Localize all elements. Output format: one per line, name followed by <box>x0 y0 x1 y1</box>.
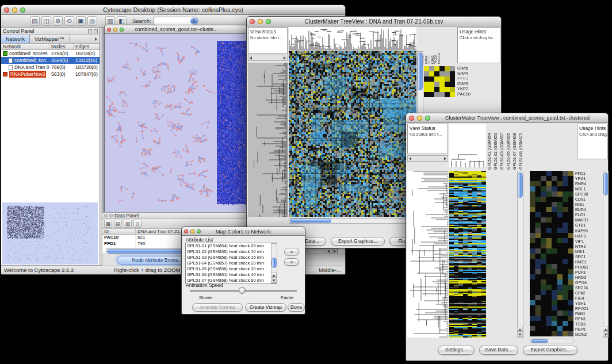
gene-label[interactable]: PEP5 <box>575 327 603 332</box>
minimize-button[interactable] <box>190 229 194 233</box>
gene-label[interactable]: GIM5 <box>457 66 499 71</box>
attribute-item[interactable]: GPL51-03 (GSM856) heat shock 15 min <box>186 255 277 260</box>
network-row[interactable]: combined_scores 2764(0) 16218(0) <box>1 50 100 57</box>
row-dendrogram-canvas[interactable] <box>248 63 288 217</box>
network-overview-canvas[interactable] <box>2 202 98 265</box>
scrollbar-thumb[interactable] <box>418 52 423 90</box>
save-data-button[interactable]: Save Data... <box>479 346 518 355</box>
settings-button[interactable]: Settings... <box>438 346 475 355</box>
gene-label[interactable]: YSH1 <box>575 301 603 306</box>
list-vscrollbar[interactable] <box>271 243 277 283</box>
view-nav-scrollbar[interactable] <box>248 55 288 61</box>
attribute-item[interactable]: GPL51-06 (GSM861) heat shock 40 min <box>186 272 277 278</box>
export-graphics-button[interactable]: Export Graphics... <box>523 346 577 355</box>
minimize-button[interactable] <box>113 28 117 32</box>
network-row[interactable]: DNA and Tran 07 769(0) 183728(0) <box>1 64 100 71</box>
gene-label[interactable]: BUD4 <box>575 207 603 212</box>
zoom-hscrollbar[interactable] <box>530 339 573 343</box>
zoom-button[interactable] <box>120 28 124 32</box>
zoom-region-icon[interactable]: ◎ <box>87 16 97 26</box>
gene-label[interactable]: YRA1 <box>575 176 603 181</box>
gene-label[interactable]: KAP95 <box>575 228 603 233</box>
search-dropdown-icon[interactable] <box>190 17 198 25</box>
close-panel-icon[interactable] <box>109 214 113 217</box>
move-up-button[interactable]: ∧ <box>284 248 299 255</box>
import-icon[interactable]: ◫ <box>41 16 51 26</box>
gene-label[interactable]: NIS1 <box>575 202 603 207</box>
gene-label[interactable]: SEC24 <box>575 285 603 290</box>
scroll-down-button[interactable] <box>603 332 608 337</box>
nav-left-icon[interactable] <box>250 56 252 60</box>
gene-label[interactable]: GTB1 <box>575 223 603 228</box>
view-nav-scrollbar[interactable] <box>407 155 448 162</box>
gene-label[interactable]: MON2 <box>575 332 603 337</box>
close-panel-icon[interactable] <box>94 29 98 33</box>
gene-label[interactable]: MSI1 <box>575 249 603 254</box>
gene-label[interactable]: GIM4 <box>457 71 499 76</box>
gene-label[interactable]: SPC98 <box>575 191 603 197</box>
gene-label[interactable]: PAN1 <box>575 311 603 316</box>
close-button[interactable] <box>4 7 9 13</box>
gene-label[interactable]: SEC1 <box>575 254 603 259</box>
gene-label[interactable]: GIM3 <box>457 81 499 86</box>
gene-list-vscrollbar[interactable] <box>603 171 609 338</box>
heatmap-canvas[interactable] <box>289 51 416 217</box>
scroll-up-button[interactable] <box>271 273 277 278</box>
minimize-button[interactable] <box>258 19 263 24</box>
attribute-item[interactable]: GPL51-05 (GSM858) heat shock 30 min <box>186 266 277 272</box>
search-input[interactable] <box>154 17 198 25</box>
tab-network[interactable]: Network <box>1 35 30 43</box>
gene-label[interactable]: YKE2 <box>457 86 499 91</box>
main-titlebar[interactable]: Cytoscape Desktop (Session Name: collins… <box>1 5 345 15</box>
scrollbar-thumb[interactable] <box>531 339 548 343</box>
gene-label[interactable]: PFD1 <box>575 171 603 176</box>
minimize-button[interactable] <box>12 7 17 13</box>
gene-label[interactable]: HAP3 <box>575 233 603 239</box>
float-panel-icon[interactable] <box>88 29 92 33</box>
open-session-icon[interactable]: ▤ <box>30 16 40 26</box>
gene-label[interactable]: PHO81 <box>575 265 603 270</box>
close-button[interactable] <box>250 19 255 24</box>
dialog-titlebar[interactable]: Map Colors to Network <box>182 227 305 236</box>
zoom-button[interactable] <box>20 7 25 13</box>
gene-label[interactable]: PUF3 <box>575 270 603 275</box>
gene-label[interactable]: ELG1 <box>575 212 603 217</box>
network-view-canvas[interactable] <box>105 34 248 212</box>
column-dendrogram-canvas[interactable] <box>449 124 486 167</box>
gene-label[interactable]: RPO21 <box>575 306 603 311</box>
global-heatmap-canvas[interactable] <box>449 171 486 338</box>
tab-vizmapper[interactable]: VizMapper™ <box>30 35 70 43</box>
gene-label[interactable]: VIP1 <box>575 239 603 244</box>
nav-left-icon[interactable] <box>409 157 411 160</box>
zoom-button[interactable] <box>266 19 271 24</box>
global-vscrollbar[interactable] <box>517 171 523 338</box>
attribute-item[interactable]: GPL51-01 (GSM854) heat shock 05 min <box>186 243 277 249</box>
gene-label[interactable]: PFD1 <box>457 76 499 81</box>
select-attributes-icon[interactable]: ▦ <box>104 220 112 228</box>
column-dendrogram-canvas[interactable] <box>289 27 416 51</box>
attribute-table-icon[interactable]: ▤ <box>114 220 122 228</box>
nav-right-icon[interactable] <box>284 56 286 60</box>
float-panel-icon[interactable] <box>104 214 108 217</box>
zoom-button[interactable] <box>197 229 201 233</box>
heatmap-hscrollbar[interactable] <box>289 218 423 224</box>
minimize-button[interactable] <box>417 116 422 121</box>
nav-right-icon[interactable] <box>444 157 446 160</box>
gene-label[interactable]: NTR2 <box>575 244 603 249</box>
zoom-button[interactable] <box>425 116 430 121</box>
zoom-out-icon[interactable]: ⊖ <box>64 16 74 26</box>
gene-label[interactable]: MSL1 <box>575 186 603 191</box>
gene-label[interactable]: TCB3 <box>575 321 603 327</box>
matrix-icon[interactable]: ▥ <box>124 220 132 228</box>
network-row[interactable]: RNAPuberNov2 563(0) 107847(0) <box>1 71 100 78</box>
gene-label[interactable]: PAC10 <box>457 91 499 97</box>
gene-label[interactable]: GPI16 <box>575 280 603 285</box>
export-graphics-button[interactable]: Export Graphics... <box>331 237 385 246</box>
gene-label[interactable]: RNR4 <box>575 181 603 186</box>
delete-attribute-icon[interactable]: ▯ <box>133 220 141 228</box>
scroll-left-button[interactable] <box>326 248 331 254</box>
gene-label[interactable]: HMG1 <box>575 259 603 265</box>
gene-label[interactable]: CPA2 <box>575 290 603 296</box>
attribute-item[interactable]: GPL51-02 (GSM855) heat shock 10 min <box>186 249 277 255</box>
gene-label[interactable]: CLN1 <box>575 197 603 202</box>
